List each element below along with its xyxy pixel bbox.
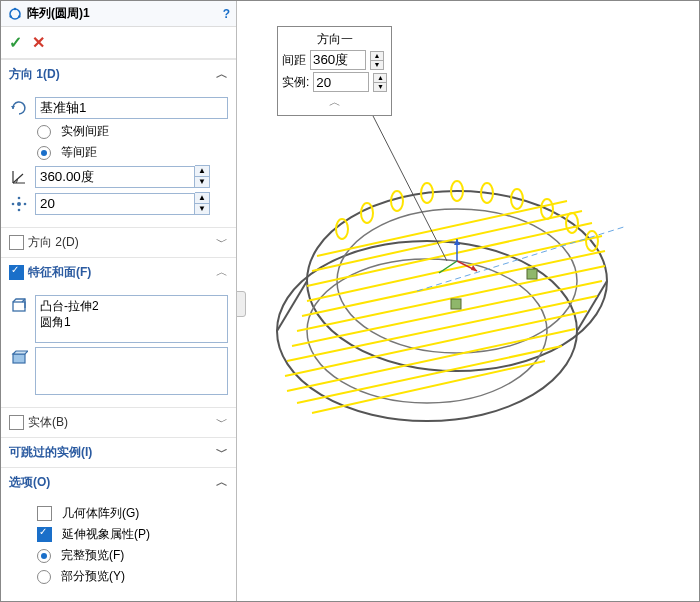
svg-point-37 (361, 203, 373, 223)
spin-down-icon[interactable]: ▼ (371, 61, 383, 69)
callout-collapse-icon[interactable]: ︿ (282, 94, 387, 111)
list-item[interactable]: 凸台-拉伸2 (40, 298, 223, 314)
callout-spacing-label: 间距 (282, 52, 306, 69)
callout-instances-label: 实例: (282, 74, 309, 91)
svg-rect-44 (527, 269, 537, 279)
panel-title: 阵列(圆周)1 (27, 5, 223, 22)
radio-icon (37, 125, 51, 139)
chevron-up-icon: ︿ (216, 66, 228, 83)
ok-button[interactable]: ✓ (9, 33, 22, 52)
features-title: 特征和面(F) (28, 264, 91, 281)
direction2-title: 方向 2(D) (28, 234, 79, 251)
svg-line-39 (417, 226, 627, 291)
angle-input[interactable] (35, 166, 195, 188)
section-header-direction1[interactable]: 方向 1(D) ︿ (1, 60, 236, 89)
svg-point-11 (307, 191, 607, 371)
features-listbox[interactable]: 凸台-拉伸2 圆角1 (35, 295, 228, 343)
callout-spacing-input[interactable] (310, 50, 366, 70)
svg-rect-9 (13, 302, 25, 311)
section-features: 特征和面(F) ︿ 凸台-拉伸2 圆角1 (1, 257, 236, 407)
svg-line-15 (277, 281, 307, 331)
instances-icon (9, 194, 29, 214)
callout-box[interactable]: 方向一 间距 ▲▼ 实例: ▲▼ ︿ (277, 26, 392, 116)
svg-line-25 (285, 311, 587, 376)
chevron-down-icon: ﹀ (216, 414, 228, 431)
option-full-preview-label: 完整预览(F) (61, 547, 124, 564)
svg-point-4 (17, 202, 21, 206)
viewport[interactable]: 方向一 间距 ▲▼ 实例: ▲▼ ︿ 基准轴1 (237, 1, 699, 601)
option-propagate-label: 延伸视象属性(P) (62, 526, 150, 543)
checkbox-icon (37, 527, 52, 542)
radio-equal-spacing-label: 等间距 (61, 144, 97, 161)
callout-title: 方向一 (282, 31, 387, 48)
spin-up-icon[interactable]: ▲ (371, 52, 383, 61)
section-header-bodies[interactable]: 实体(B) ﹀ (1, 408, 236, 437)
panel-header: 阵列(圆周)1 ? (1, 1, 236, 27)
axis-input[interactable] (35, 97, 228, 119)
face-icon (9, 347, 29, 367)
option-partial-preview-label: 部分预览(Y) (61, 568, 125, 585)
svg-point-3 (10, 15, 12, 17)
faces-listbox[interactable] (35, 347, 228, 395)
reverse-direction-icon[interactable] (9, 98, 29, 118)
option-partial-preview[interactable]: 部分预览(Y) (9, 568, 228, 585)
svg-point-5 (18, 196, 21, 199)
count-spinner[interactable]: ▲▼ (35, 192, 210, 215)
callout-instances-input[interactable] (313, 72, 369, 92)
chevron-up-icon: ︿ (216, 474, 228, 491)
spin-up-icon[interactable]: ▲ (195, 193, 209, 204)
radio-icon (37, 570, 51, 584)
property-panel: 阵列(圆周)1 ? ✓ ✕ 方向 1(D) ︿ (1, 1, 237, 601)
bodies-checkbox[interactable] (9, 415, 24, 430)
section-header-direction2[interactable]: 方向 2(D) ﹀ (1, 228, 236, 257)
section-header-options[interactable]: 选项(O) ︿ (1, 468, 236, 497)
angle-spinner[interactable]: ▲▼ (35, 165, 210, 188)
chevron-down-icon: ﹀ (216, 234, 228, 251)
feature-icon (9, 295, 29, 315)
svg-point-0 (10, 9, 20, 19)
direction2-checkbox[interactable] (9, 235, 24, 250)
circular-pattern-icon (7, 6, 23, 22)
section-header-features[interactable]: 特征和面(F) ︿ (1, 258, 236, 287)
option-propagate[interactable]: 延伸视象属性(P) (9, 526, 228, 543)
radio-instance-spacing-label: 实例间距 (61, 123, 109, 140)
svg-line-18 (312, 211, 582, 271)
svg-point-6 (24, 202, 27, 205)
options-title: 选项(O) (9, 474, 50, 491)
svg-point-8 (12, 202, 15, 205)
svg-point-29 (391, 191, 403, 211)
features-checkbox[interactable] (9, 265, 24, 280)
radio-equal-spacing[interactable]: 等间距 (9, 144, 228, 161)
radio-instance-spacing[interactable]: 实例间距 (9, 123, 228, 140)
svg-point-1 (14, 7, 16, 9)
svg-point-13 (337, 209, 577, 353)
count-input[interactable] (35, 193, 195, 215)
panel-splitter[interactable] (236, 291, 246, 317)
spin-up-icon[interactable]: ▲ (374, 74, 386, 83)
section-header-skip[interactable]: 可跳过的实例(I) ﹀ (1, 438, 236, 467)
section-direction1: 方向 1(D) ︿ 实例间距 等间距 (1, 59, 236, 227)
bodies-title: 实体(B) (28, 414, 68, 431)
spin-down-icon[interactable]: ▼ (195, 177, 209, 187)
spin-down-icon[interactable]: ▼ (374, 83, 386, 91)
spin-up-icon[interactable]: ▲ (195, 166, 209, 177)
section-direction2: 方向 2(D) ﹀ (1, 227, 236, 257)
confirm-row: ✓ ✕ (1, 27, 236, 59)
svg-line-42 (439, 261, 457, 273)
section-skip: 可跳过的实例(I) ﹀ (1, 437, 236, 467)
section-bodies: 实体(B) ﹀ (1, 407, 236, 437)
option-geom-pattern-label: 几何体阵列(G) (62, 505, 139, 522)
cancel-button[interactable]: ✕ (32, 33, 45, 52)
angle-icon (9, 167, 29, 187)
radio-icon (37, 146, 51, 160)
option-geom-pattern[interactable]: 几何体阵列(G) (9, 505, 228, 522)
skip-title: 可跳过的实例(I) (9, 444, 92, 461)
spin-down-icon[interactable]: ▼ (195, 204, 209, 214)
option-full-preview[interactable]: 完整预览(F) (9, 547, 228, 564)
direction1-title: 方向 1(D) (9, 66, 60, 83)
svg-rect-10 (13, 354, 25, 363)
chevron-up-icon: ︿ (216, 264, 228, 281)
list-item[interactable]: 圆角1 (40, 314, 223, 330)
help-icon[interactable]: ? (223, 7, 230, 21)
radio-icon (37, 549, 51, 563)
